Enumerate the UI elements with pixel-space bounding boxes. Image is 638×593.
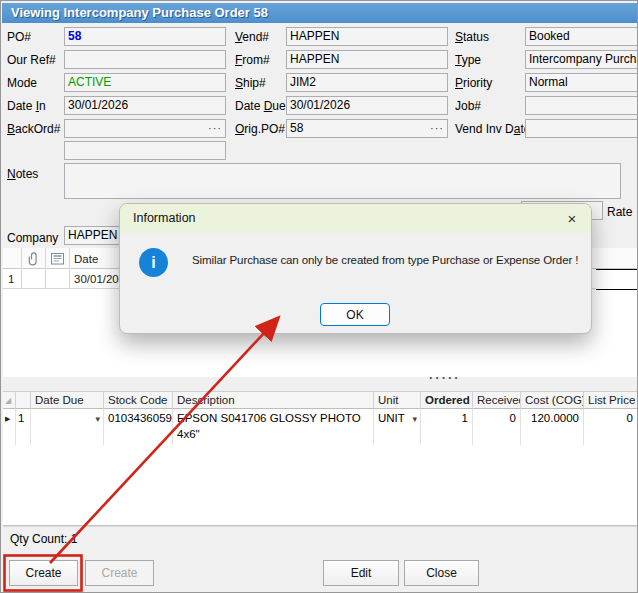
lower-grid-cell-date-due[interactable]: ▾ bbox=[31, 409, 104, 445]
mode-field[interactable]: ACTIVE bbox=[64, 73, 226, 92]
type-field[interactable]: Intercompany Purchase bbox=[525, 50, 638, 69]
memo-icon bbox=[51, 253, 64, 265]
lower-grid-header-received[interactable]: Received bbox=[473, 392, 521, 409]
po-label: PO# bbox=[7, 29, 31, 45]
window-title: Viewing Intercompany Purchase Order 58 bbox=[11, 5, 268, 20]
orig-po-label: Orig.PO# bbox=[235, 121, 285, 137]
dialog-ok-button[interactable]: OK bbox=[320, 303, 390, 326]
window-titlebar: Viewing Intercompany Purchase Order 58 bbox=[2, 3, 637, 23]
unit-value: UNIT bbox=[378, 412, 405, 424]
vend-inv-date-field[interactable] bbox=[525, 119, 638, 138]
dialog-titlebar: Information bbox=[120, 204, 591, 233]
lower-grid-row-indicator: ▶ bbox=[3, 409, 16, 445]
status-label: Status bbox=[455, 29, 489, 45]
vend-field[interactable]: HAPPEN bbox=[286, 27, 448, 46]
edit-button[interactable]: Edit bbox=[323, 560, 399, 586]
date-due-field[interactable]: 30/01/2026 bbox=[286, 96, 448, 115]
grid-splitter[interactable] bbox=[3, 377, 637, 391]
expand-triangle-icon: ◢ bbox=[5, 392, 11, 409]
lower-grid-header-cost[interactable]: Cost (COG) bbox=[521, 392, 584, 409]
lower-grid-cell-list-price[interactable]: 0 bbox=[584, 409, 637, 445]
lower-grid-rownum-header[interactable] bbox=[16, 392, 31, 409]
status-field[interactable]: Booked bbox=[525, 27, 638, 46]
lower-grid-header-ordered[interactable]: Ordered bbox=[421, 392, 473, 409]
lower-grid-header-description[interactable]: Description bbox=[173, 392, 374, 409]
rate-label: Rate bbox=[607, 204, 632, 220]
upper-grid-total-cell bbox=[596, 269, 637, 290]
qty-count-label: Qty Count: 1 bbox=[10, 532, 77, 546]
dialog-title: Information bbox=[133, 211, 196, 225]
lower-grid-cell-unit[interactable]: UNIT ▾ bbox=[374, 409, 421, 445]
splitter-grip-icon[interactable]: ····· bbox=[429, 370, 461, 385]
notes-label: Notes bbox=[7, 166, 38, 182]
from-field[interactable]: HAPPEN bbox=[286, 50, 448, 69]
lower-grid-cell-stock-code[interactable]: 010343605947 ·· bbox=[104, 409, 173, 445]
create-similar-button[interactable]: Create Similar bbox=[9, 560, 78, 586]
lower-grid-header-stock-code[interactable]: Stock Code bbox=[104, 392, 173, 409]
info-icon: i bbox=[139, 248, 168, 277]
backord-field[interactable]: ··· bbox=[64, 119, 226, 138]
create-asset-button: Create Asset bbox=[85, 560, 154, 586]
lower-grid-cell-ordered[interactable]: 1 bbox=[421, 409, 473, 445]
backord-extra-field[interactable] bbox=[64, 141, 226, 160]
our-ref-label: Our Ref# bbox=[7, 52, 56, 68]
orig-po-ellipsis-button[interactable]: ··· bbox=[430, 120, 444, 137]
job-label: Job# bbox=[455, 98, 481, 114]
lower-grid-cell-rownum: 1 bbox=[16, 409, 31, 445]
purchase-order-window: Viewing Intercompany Purchase Order 58 P… bbox=[0, 0, 638, 593]
our-ref-field[interactable] bbox=[64, 50, 226, 69]
lower-grid-cell-cost[interactable]: 120.0000 bbox=[521, 409, 584, 445]
lower-grid-header-unit[interactable]: Unit bbox=[374, 392, 421, 409]
vend-label: Vend# bbox=[235, 29, 269, 45]
date-in-label: Date In bbox=[7, 98, 46, 114]
information-dialog: Information × i Similar Purchase can onl… bbox=[119, 203, 592, 334]
lower-grid-header-list-price[interactable]: List Price bbox=[584, 392, 637, 409]
mode-label: Mode bbox=[7, 75, 37, 91]
lower-grid-header-date-due[interactable]: Date Due bbox=[31, 392, 104, 409]
company-label: Company bbox=[7, 230, 58, 246]
backord-label: BackOrd# bbox=[7, 121, 60, 137]
orig-po-value: 58 bbox=[290, 121, 303, 135]
priority-label: Priority bbox=[455, 75, 492, 91]
lower-grid-empty-area bbox=[3, 445, 637, 526]
notes-field[interactable] bbox=[64, 163, 621, 199]
lower-grid-cell-received[interactable]: 0 bbox=[473, 409, 521, 445]
from-label: From# bbox=[235, 52, 270, 68]
backord-ellipsis-button[interactable]: ··· bbox=[208, 120, 222, 137]
dialog-close-icon[interactable]: × bbox=[562, 209, 582, 229]
po-field[interactable]: 58 bbox=[64, 27, 226, 46]
row-arrow-icon: ▶ bbox=[5, 411, 10, 427]
ship-label: Ship# bbox=[235, 75, 266, 91]
upper-grid-row-number: 1 bbox=[8, 269, 14, 289]
lower-grid-expand-header[interactable]: ◢ bbox=[3, 392, 16, 409]
date-due-dropdown-icon[interactable]: ▾ bbox=[95, 411, 100, 427]
stock-code-ellipsis-icon[interactable]: ·· bbox=[161, 410, 170, 426]
paperclip-icon bbox=[28, 252, 40, 266]
close-button[interactable]: Close bbox=[404, 560, 479, 586]
orig-po-field[interactable]: 58 ··· bbox=[286, 119, 448, 138]
unit-dropdown-icon[interactable]: ▾ bbox=[412, 411, 417, 427]
dialog-message: Similar Purchase can only be created fro… bbox=[192, 254, 578, 266]
job-field[interactable] bbox=[525, 96, 638, 115]
date-in-field[interactable]: 30/01/2026 bbox=[64, 96, 226, 115]
date-due-label: Date Due bbox=[235, 98, 286, 114]
vend-inv-date-label: Vend Inv Date bbox=[455, 121, 530, 137]
ship-field[interactable]: JIM2 bbox=[286, 73, 448, 92]
upper-grid-date-header[interactable]: Date bbox=[74, 249, 98, 269]
lower-grid-cell-description[interactable]: EPSON S041706 GLOSSY PHOTO 4x6" bbox=[173, 409, 374, 445]
type-label: Type bbox=[455, 52, 481, 68]
priority-field[interactable]: Normal bbox=[525, 73, 638, 92]
